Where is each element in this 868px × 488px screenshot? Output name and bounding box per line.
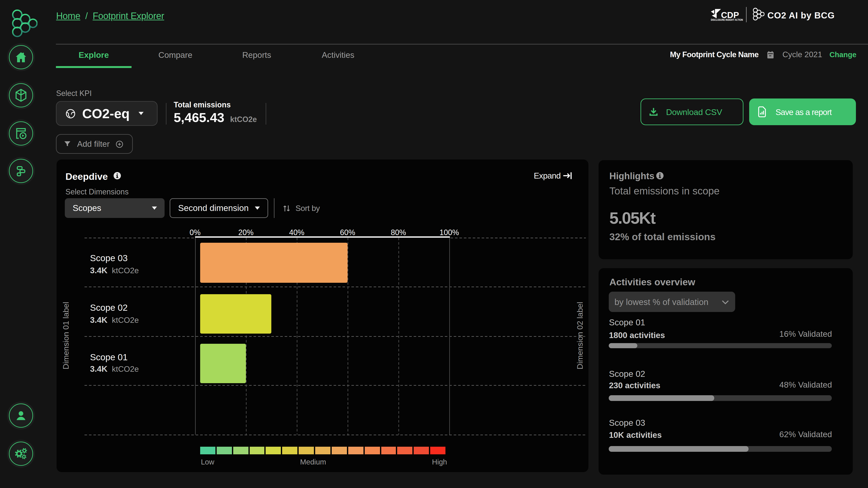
svg-text:DISCLOSURE INSIGHT ACTION: DISCLOSURE INSIGHT ACTION [711, 19, 743, 21]
